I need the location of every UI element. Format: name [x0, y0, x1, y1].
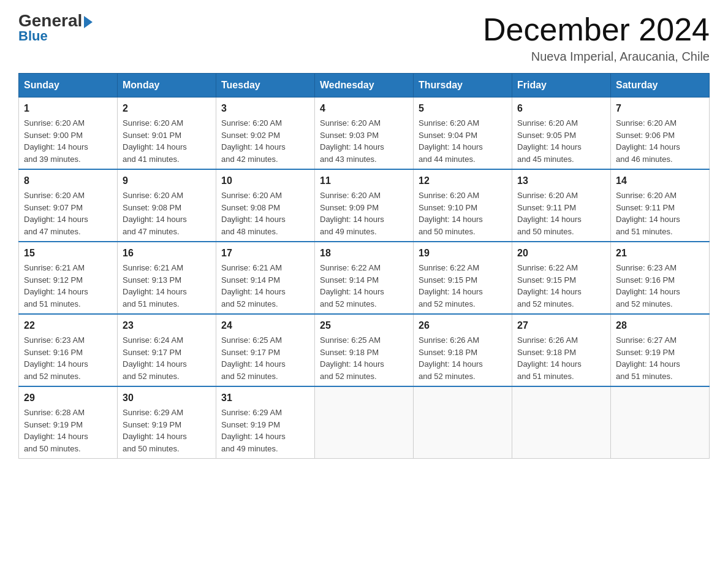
day-number: 4 — [320, 101, 408, 116]
day-number: 26 — [419, 318, 507, 333]
day-number: 30 — [123, 391, 211, 405]
day-info: Sunrise: 6:25 AMSunset: 9:17 PMDaylight:… — [221, 334, 309, 382]
calendar-cell: 21Sunrise: 6:23 AMSunset: 9:16 PMDayligh… — [611, 242, 710, 314]
calendar-cell: 8Sunrise: 6:20 AMSunset: 9:07 PMDaylight… — [19, 169, 118, 242]
day-number: 23 — [123, 318, 211, 333]
day-number: 6 — [517, 101, 605, 116]
calendar-cell — [315, 386, 414, 459]
day-number: 19 — [419, 246, 507, 261]
calendar-cell: 2Sunrise: 6:20 AMSunset: 9:01 PMDaylight… — [118, 98, 216, 170]
calendar-row-4: 22Sunrise: 6:23 AMSunset: 9:16 PMDayligh… — [19, 314, 710, 386]
day-info: Sunrise: 6:21 AMSunset: 9:13 PMDaylight:… — [123, 262, 211, 310]
month-title: December 2024 — [483, 12, 710, 47]
location: Nueva Imperial, Araucania, Chile — [483, 50, 710, 64]
day-number: 10 — [221, 174, 309, 188]
page-header: General Blue December 2024 Nueva Imperia… — [18, 12, 710, 64]
day-info: Sunrise: 6:23 AMSunset: 9:16 PMDaylight:… — [24, 334, 112, 382]
calendar-cell — [414, 386, 512, 459]
calendar-cell: 18Sunrise: 6:22 AMSunset: 9:14 PMDayligh… — [315, 242, 414, 314]
header-wednesday: Wednesday — [315, 74, 414, 98]
header-tuesday: Tuesday — [216, 74, 315, 98]
calendar-cell: 28Sunrise: 6:27 AMSunset: 9:19 PMDayligh… — [611, 314, 710, 386]
calendar-cell: 20Sunrise: 6:22 AMSunset: 9:15 PMDayligh… — [512, 242, 611, 314]
day-info: Sunrise: 6:20 AMSunset: 9:00 PMDaylight:… — [24, 117, 112, 165]
calendar-cell — [512, 386, 611, 459]
calendar-row-3: 15Sunrise: 6:21 AMSunset: 9:12 PMDayligh… — [19, 242, 710, 314]
day-info: Sunrise: 6:24 AMSunset: 9:17 PMDaylight:… — [123, 334, 211, 382]
day-number: 2 — [123, 101, 211, 116]
header-sunday: Sunday — [19, 74, 118, 98]
day-number: 12 — [419, 174, 507, 188]
day-number: 31 — [221, 391, 309, 405]
calendar-cell: 23Sunrise: 6:24 AMSunset: 9:17 PMDayligh… — [118, 314, 216, 386]
day-info: Sunrise: 6:20 AMSunset: 9:11 PMDaylight:… — [517, 190, 605, 237]
day-number: 20 — [517, 246, 605, 261]
day-number: 15 — [24, 246, 112, 261]
day-info: Sunrise: 6:25 AMSunset: 9:18 PMDaylight:… — [320, 334, 408, 382]
day-info: Sunrise: 6:20 AMSunset: 9:09 PMDaylight:… — [320, 190, 408, 237]
logo-blue: Blue — [18, 28, 48, 44]
header-friday: Friday — [512, 74, 611, 98]
day-info: Sunrise: 6:20 AMSunset: 9:11 PMDaylight:… — [616, 190, 704, 237]
calendar-row-2: 8Sunrise: 6:20 AMSunset: 9:07 PMDaylight… — [19, 169, 710, 242]
day-number: 5 — [419, 101, 507, 116]
day-number: 16 — [123, 246, 211, 261]
calendar-cell: 13Sunrise: 6:20 AMSunset: 9:11 PMDayligh… — [512, 169, 611, 242]
calendar-cell: 29Sunrise: 6:28 AMSunset: 9:19 PMDayligh… — [19, 386, 118, 459]
day-number: 9 — [123, 174, 211, 188]
day-info: Sunrise: 6:26 AMSunset: 9:18 PMDaylight:… — [419, 334, 507, 382]
day-number: 27 — [517, 318, 605, 333]
day-number: 21 — [616, 246, 704, 261]
calendar-cell: 3Sunrise: 6:20 AMSunset: 9:02 PMDaylight… — [216, 98, 315, 170]
calendar-cell: 5Sunrise: 6:20 AMSunset: 9:04 PMDaylight… — [414, 98, 512, 170]
day-number: 18 — [320, 246, 408, 261]
day-info: Sunrise: 6:20 AMSunset: 9:10 PMDaylight:… — [419, 190, 507, 237]
day-info: Sunrise: 6:21 AMSunset: 9:12 PMDaylight:… — [24, 262, 112, 310]
header-thursday: Thursday — [414, 74, 512, 98]
calendar-cell: 6Sunrise: 6:20 AMSunset: 9:05 PMDaylight… — [512, 98, 611, 170]
day-number: 8 — [24, 174, 112, 188]
day-info: Sunrise: 6:26 AMSunset: 9:18 PMDaylight:… — [517, 334, 605, 382]
logo-text: General — [18, 12, 93, 29]
day-number: 13 — [517, 174, 605, 188]
calendar-row-5: 29Sunrise: 6:28 AMSunset: 9:19 PMDayligh… — [19, 386, 710, 459]
calendar-cell: 4Sunrise: 6:20 AMSunset: 9:03 PMDaylight… — [315, 98, 414, 170]
day-info: Sunrise: 6:20 AMSunset: 9:08 PMDaylight:… — [221, 190, 309, 237]
calendar-cell: 15Sunrise: 6:21 AMSunset: 9:12 PMDayligh… — [19, 242, 118, 314]
days-header-row: Sunday Monday Tuesday Wednesday Thursday… — [19, 74, 710, 98]
title-section: December 2024 Nueva Imperial, Araucania,… — [483, 12, 710, 64]
calendar-cell: 22Sunrise: 6:23 AMSunset: 9:16 PMDayligh… — [19, 314, 118, 386]
day-number: 3 — [221, 101, 309, 116]
calendar-cell: 25Sunrise: 6:25 AMSunset: 9:18 PMDayligh… — [315, 314, 414, 386]
day-info: Sunrise: 6:20 AMSunset: 9:08 PMDaylight:… — [123, 190, 211, 237]
day-number: 24 — [221, 318, 309, 333]
calendar-cell: 26Sunrise: 6:26 AMSunset: 9:18 PMDayligh… — [414, 314, 512, 386]
day-info: Sunrise: 6:28 AMSunset: 9:19 PMDaylight:… — [24, 407, 112, 454]
calendar-cell: 1Sunrise: 6:20 AMSunset: 9:00 PMDaylight… — [19, 98, 118, 170]
day-info: Sunrise: 6:22 AMSunset: 9:15 PMDaylight:… — [419, 262, 507, 310]
header-monday: Monday — [118, 74, 216, 98]
day-number: 25 — [320, 318, 408, 333]
calendar-cell: 9Sunrise: 6:20 AMSunset: 9:08 PMDaylight… — [118, 169, 216, 242]
calendar-cell: 27Sunrise: 6:26 AMSunset: 9:18 PMDayligh… — [512, 314, 611, 386]
day-number: 29 — [24, 391, 112, 405]
day-number: 1 — [24, 101, 112, 116]
day-info: Sunrise: 6:20 AMSunset: 9:05 PMDaylight:… — [517, 117, 605, 165]
day-number: 7 — [616, 101, 704, 116]
calendar-cell: 10Sunrise: 6:20 AMSunset: 9:08 PMDayligh… — [216, 169, 315, 242]
calendar-cell: 11Sunrise: 6:20 AMSunset: 9:09 PMDayligh… — [315, 169, 414, 242]
calendar-cell: 19Sunrise: 6:22 AMSunset: 9:15 PMDayligh… — [414, 242, 512, 314]
day-info: Sunrise: 6:29 AMSunset: 9:19 PMDaylight:… — [123, 407, 211, 454]
day-info: Sunrise: 6:20 AMSunset: 9:03 PMDaylight:… — [320, 117, 408, 165]
day-info: Sunrise: 6:22 AMSunset: 9:15 PMDaylight:… — [517, 262, 605, 310]
calendar-cell: 16Sunrise: 6:21 AMSunset: 9:13 PMDayligh… — [118, 242, 216, 314]
calendar-cell: 31Sunrise: 6:29 AMSunset: 9:19 PMDayligh… — [216, 386, 315, 459]
logo: General Blue — [18, 12, 93, 44]
day-info: Sunrise: 6:20 AMSunset: 9:07 PMDaylight:… — [24, 190, 112, 237]
day-number: 11 — [320, 174, 408, 188]
calendar-table: Sunday Monday Tuesday Wednesday Thursday… — [18, 73, 710, 459]
calendar-cell: 7Sunrise: 6:20 AMSunset: 9:06 PMDaylight… — [611, 98, 710, 170]
day-info: Sunrise: 6:27 AMSunset: 9:19 PMDaylight:… — [616, 334, 704, 382]
day-info: Sunrise: 6:22 AMSunset: 9:14 PMDaylight:… — [320, 262, 408, 310]
calendar-cell: 14Sunrise: 6:20 AMSunset: 9:11 PMDayligh… — [611, 169, 710, 242]
